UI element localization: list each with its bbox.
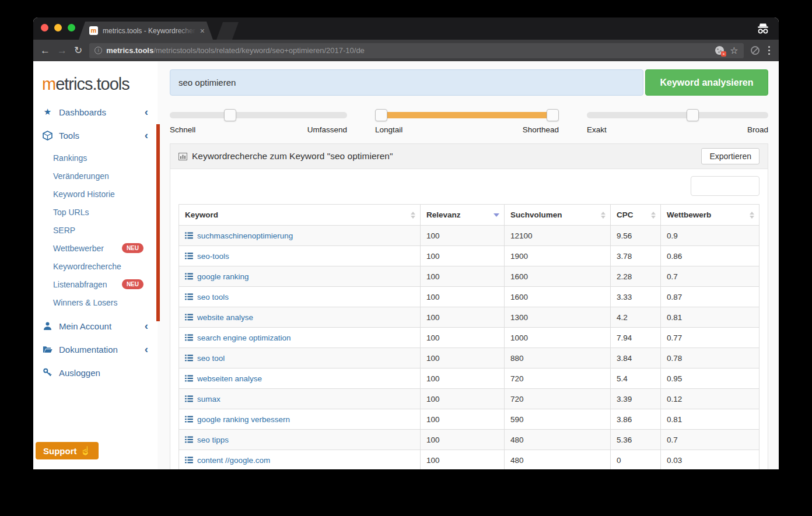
subitem-label: Rankings <box>53 153 87 163</box>
new-tab-button[interactable] <box>216 22 239 40</box>
browser-menu-icon[interactable] <box>766 46 772 55</box>
suchvolumen-cell: 480 <box>505 430 611 450</box>
list-icon[interactable] <box>185 334 193 341</box>
export-button[interactable]: Exportieren <box>701 148 760 164</box>
list-icon[interactable] <box>185 273 193 280</box>
reload-icon[interactable]: ↻ <box>74 45 82 55</box>
slider-handle[interactable] <box>547 109 559 121</box>
browser-toolbar: ← → ↻ i metrics.tools/metricstools/tools… <box>33 40 779 61</box>
list-icon[interactable] <box>185 416 193 423</box>
keyword-link[interactable]: sumax <box>197 395 220 403</box>
list-icon[interactable] <box>185 293 193 300</box>
cpc-cell: 3.84 <box>611 348 661 368</box>
sidebar-subitem-wettbewerber[interactable]: WettbewerberNEU <box>33 239 158 257</box>
keyword-link[interactable]: seo tipps <box>197 436 229 444</box>
keyword-link[interactable]: website analyse <box>197 313 253 322</box>
slider-track[interactable] <box>375 112 559 118</box>
column-header-cpc[interactable]: CPC <box>611 205 661 226</box>
column-header-keyword[interactable]: Keyword <box>179 205 421 226</box>
sidebar-item-mein-account[interactable]: Mein Account ‹ <box>33 314 158 338</box>
keyword-link[interactable]: google ranking verbessern <box>197 415 290 424</box>
list-icon[interactable] <box>185 354 193 361</box>
table-row: google ranking verbessern1005903.860.81 <box>179 409 760 430</box>
back-icon[interactable]: ← <box>40 45 50 55</box>
sidebar-subitem-listenabfragen[interactable]: ListenabfragenNEU <box>33 275 158 293</box>
list-icon[interactable] <box>185 232 193 239</box>
keyword-link[interactable]: webseiten analyse <box>197 374 262 383</box>
page-info-icon[interactable]: i <box>94 47 102 54</box>
table-filter-input[interactable] <box>691 176 760 196</box>
slider-label-left: Longtail <box>375 125 402 134</box>
column-header-relevanz[interactable]: Relevanz <box>421 205 505 226</box>
list-icon[interactable] <box>185 436 193 443</box>
sidebar-subitem-winners-losers[interactable]: Winners & Losers <box>33 293 158 311</box>
column-header-suchvolumen[interactable]: Suchvolumen <box>505 205 611 226</box>
sidebar-subitem-top-urls[interactable]: Top URLs <box>33 203 158 221</box>
wettbewerb-cell: 0.95 <box>661 368 760 389</box>
sidebar-item-ausloggen[interactable]: Ausloggen <box>33 361 158 384</box>
keyword-link[interactable]: suchmaschinenoptimierung <box>197 231 293 240</box>
chevron-left-icon: ‹ <box>145 346 148 352</box>
sidebar-subitem-ver-nderungen[interactable]: Veränderungen <box>33 167 158 185</box>
suchvolumen-cell: 720 <box>505 389 611 409</box>
panel-title: Keywordrecherche zum Keyword "seo optimi… <box>178 151 393 162</box>
zoom-window-button[interactable] <box>68 24 75 31</box>
keyword-link[interactable]: google ranking <box>197 272 249 281</box>
analyze-keyword-button[interactable]: Keyword analysieren <box>645 69 768 96</box>
browser-tab[interactable]: m metrics.tools - Keywordrecher × <box>79 22 213 40</box>
support-button[interactable]: Support ☝ <box>36 442 99 459</box>
slider-handle[interactable] <box>375 109 387 121</box>
site-logo[interactable]: metrics.tools <box>42 75 158 94</box>
wettbewerb-cell: 0.87 <box>661 287 760 307</box>
wettbewerb-cell: 0.03 <box>661 450 760 470</box>
neu-badge: NEU <box>122 279 144 289</box>
suchvolumen-cell: 1000 <box>505 328 611 348</box>
table-row: seo tools10016003.330.87 <box>179 287 760 307</box>
slider-track[interactable] <box>170 112 347 118</box>
forward-icon[interactable]: → <box>57 45 67 55</box>
keyword-link[interactable]: seo-tools <box>197 252 229 261</box>
url-text[interactable]: metrics.tools/metricstools/tools/related… <box>106 46 365 55</box>
keyword-research-panel: Keywordrecherche zum Keyword "seo optimi… <box>170 143 768 469</box>
tab-close-icon[interactable]: × <box>200 27 205 35</box>
cookie-blocked-icon[interactable]: × <box>715 46 724 55</box>
list-icon[interactable] <box>185 375 193 382</box>
list-icon[interactable] <box>185 314 193 321</box>
subitem-label: Winners & Losers <box>53 298 117 307</box>
content-blocked-icon[interactable] <box>751 46 760 55</box>
keyword-link[interactable]: seo tools <box>197 293 229 301</box>
slider-handle[interactable] <box>224 109 236 121</box>
sidebar-item-label: Dokumentation <box>59 345 118 354</box>
relevanz-cell: 100 <box>421 450 505 470</box>
relevanz-cell: 100 <box>421 226 505 246</box>
table-row: google ranking10016002.280.7 <box>179 266 760 287</box>
sidebar-item-dashboards[interactable]: ★ Dashboards ‹ <box>33 100 158 124</box>
list-icon[interactable] <box>185 395 193 402</box>
sidebar-subitem-keyword-historie[interactable]: Keyword Historie <box>33 185 158 203</box>
bookmark-star-icon[interactable]: ☆ <box>730 46 738 55</box>
keyword-link[interactable]: content //google.com <box>197 456 270 465</box>
column-header-wettbewerb[interactable]: Wettbewerb <box>661 205 760 226</box>
address-bar[interactable]: i metrics.tools/metricstools/tools/relat… <box>89 43 743 58</box>
slider-labels: Longtail Shorthead <box>375 125 559 134</box>
list-icon[interactable] <box>185 457 193 464</box>
suchvolumen-cell: 1900 <box>505 246 611 266</box>
slider-track[interactable] <box>587 112 768 118</box>
sidebar-item-tools[interactable]: Tools ‹ <box>33 124 158 147</box>
list-icon[interactable] <box>185 252 193 259</box>
close-window-button[interactable] <box>41 24 48 31</box>
keyword-link[interactable]: search engine optimization <box>197 334 291 342</box>
table-row: seo tipps1004805.360.7 <box>179 430 760 450</box>
sidebar-item-dokumentation[interactable]: Dokumentation ‹ <box>33 338 158 361</box>
sidebar-subitem-serp[interactable]: SERP <box>33 221 158 239</box>
sidebar-subitem-rankings[interactable]: Rankings <box>33 149 158 167</box>
slider-labels: Exakt Broad <box>587 125 768 134</box>
keyword-input[interactable] <box>170 69 643 96</box>
sidebar-subitem-keywordrecherche[interactable]: Keywordrecherche <box>33 257 158 275</box>
cpc-cell: 3.86 <box>611 409 661 430</box>
keyword-link[interactable]: seo tool <box>197 354 225 363</box>
minimize-window-button[interactable] <box>54 24 62 31</box>
tab-favicon: m <box>89 26 98 35</box>
cpc-cell: 5.36 <box>611 430 661 450</box>
slider-handle[interactable] <box>687 109 699 121</box>
